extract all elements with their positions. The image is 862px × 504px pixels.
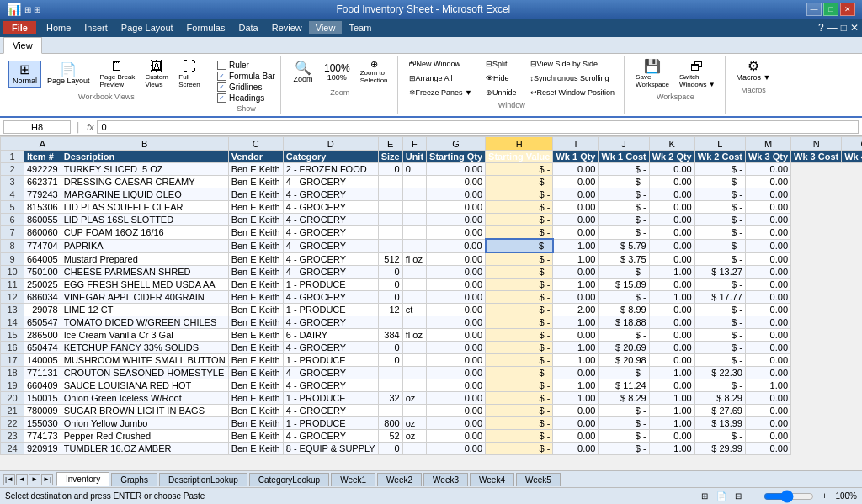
cell-r5-c9[interactable]: $ -	[599, 201, 649, 214]
cell-r11-c7[interactable]: $ -	[486, 279, 553, 291]
cell-r17-c12[interactable]: 0.00	[745, 354, 790, 367]
col-header-a[interactable]: A	[24, 137, 61, 151]
cell-r6-c5[interactable]	[402, 214, 426, 226]
hide-button[interactable]: 👁 Hide	[482, 72, 521, 85]
cell-r20-c6[interactable]: 0.00	[427, 392, 486, 405]
cell-r13-c1[interactable]: LIME 12 CT	[61, 304, 228, 316]
cell-r9-c3[interactable]: 4 - GROCERY	[283, 252, 378, 266]
cell-r8-c4[interactable]	[378, 239, 402, 252]
cell-r11-c3[interactable]: 1 - PRODUCE	[283, 279, 378, 291]
cell-r5-c12[interactable]: 0.00	[745, 201, 790, 214]
cell-r16-c9[interactable]: $ 20.69	[599, 342, 649, 354]
cell-r18-c4[interactable]	[378, 367, 402, 379]
cell-r12-c11[interactable]: $ 17.77	[694, 291, 745, 304]
cell-r24-c10[interactable]: 1.00	[649, 443, 694, 455]
cell-r14-c2[interactable]: Ben E Keith	[228, 316, 283, 329]
cell-r5-c6[interactable]: 0.00	[427, 201, 486, 214]
normal-view-button[interactable]: ⊞ Normal	[8, 61, 41, 88]
formula-bar-checkbox[interactable]	[217, 72, 226, 81]
cell-r6-c10[interactable]: 0.00	[649, 214, 694, 226]
cell-r2-c1[interactable]: TURKEY SLICED .5 OZ	[61, 163, 228, 176]
cell-r23-c10[interactable]: 0.00	[649, 430, 694, 443]
cell-r20-c10[interactable]: 1.00	[649, 392, 694, 405]
cell-r20-c4[interactable]: 32	[378, 392, 402, 405]
cell-r22-c2[interactable]: Ben E Keith	[228, 417, 283, 430]
cell-r9-c4[interactable]: 512	[378, 252, 402, 266]
menu-view[interactable]: View	[309, 21, 343, 34]
cell-r16-c12[interactable]: 0.00	[745, 342, 790, 354]
cell-r19-c6[interactable]: 0.00	[427, 379, 486, 392]
cell-r16-c4[interactable]: 0	[378, 342, 402, 354]
cell-r4-c2[interactable]: Ben E Keith	[228, 188, 283, 201]
cell-r24-c1[interactable]: TUMBLER 16.OZ AMBER	[61, 443, 228, 455]
cell-reference[interactable]	[3, 120, 71, 134]
cell-r17-c3[interactable]: 1 - PRODUCE	[283, 354, 378, 367]
cell-r10-c1[interactable]: CHEESE PARMESAN SHRED	[61, 266, 228, 279]
cell-r12-c7[interactable]: $ -	[486, 291, 553, 304]
cell-r23-c11[interactable]: $ -	[694, 430, 745, 443]
cell-r19-c0[interactable]: 660409	[24, 379, 61, 392]
cell-r19-c12[interactable]: 1.00	[745, 379, 790, 392]
cell-r3-c6[interactable]: 0.00	[427, 176, 486, 188]
cell-r6-c9[interactable]: $ -	[599, 214, 649, 226]
cell-r4-c7[interactable]: $ -	[486, 188, 553, 201]
spreadsheet-container[interactable]: A B C D E F G H I J K L M N O 1 Item #	[0, 136, 862, 472]
menu-team[interactable]: Team	[342, 21, 378, 34]
cell-r14-c1[interactable]: TOMATO DICED W/GREEN CHILES	[61, 316, 228, 329]
cell-r22-c0[interactable]: 155030	[24, 417, 61, 430]
cell-r21-c6[interactable]: 0.00	[427, 405, 486, 417]
cell-r4-c9[interactable]: $ -	[599, 188, 649, 201]
cell-r22-c1[interactable]: Onion Yellow Jumbo	[61, 417, 228, 430]
cell-r2-c6[interactable]: 0.00	[427, 163, 486, 176]
cell-r17-c10[interactable]: 0.00	[649, 354, 694, 367]
cell-r5-c8[interactable]: 0.00	[553, 201, 599, 214]
cell-r19-c1[interactable]: SAUCE LOUISIANA RED HOT	[61, 379, 228, 392]
cell-r9-c12[interactable]: 0.00	[745, 252, 790, 266]
cell-r10-c9[interactable]: $ -	[599, 266, 649, 279]
gridlines-checkbox[interactable]	[217, 82, 226, 92]
cell-r17-c5[interactable]	[402, 354, 426, 367]
cell-r3-c2[interactable]: Ben E Keith	[228, 176, 283, 188]
cell-r23-c0[interactable]: 774173	[24, 430, 61, 443]
cell-r15-c2[interactable]: Ben E Keith	[228, 329, 283, 342]
cell-r4-c5[interactable]	[402, 188, 426, 201]
cell-r16-c3[interactable]: 4 - GROCERY	[283, 342, 378, 354]
cell-r11-c5[interactable]	[402, 279, 426, 291]
cell-r4-c10[interactable]: 0.00	[649, 188, 694, 201]
cell-r13-c5[interactable]: ct	[402, 304, 426, 316]
cell-r12-c5[interactable]	[402, 291, 426, 304]
cell-r24-c9[interactable]: $ -	[599, 443, 649, 455]
cell-r14-c9[interactable]: $ 18.88	[599, 316, 649, 329]
cell-r20-c0[interactable]: 150015	[24, 392, 61, 405]
cell-r17-c7[interactable]: $ -	[486, 354, 553, 367]
cell-r2-c4[interactable]: 0	[378, 163, 402, 176]
cell-r17-c6[interactable]: 0.00	[427, 354, 486, 367]
cell-r15-c3[interactable]: 6 - DAIRY	[283, 329, 378, 342]
cell-r24-c2[interactable]: Ben E Keith	[228, 443, 283, 455]
page-layout-button[interactable]: 📄 Page Layout	[43, 61, 94, 88]
cell-r8-c5[interactable]	[402, 239, 426, 252]
col-header-m[interactable]: M	[745, 137, 790, 151]
cell-r12-c2[interactable]: Ben E Keith	[228, 291, 283, 304]
cell-r9-c6[interactable]: 0.00	[427, 252, 486, 266]
cell-r11-c8[interactable]: 1.00	[553, 279, 599, 291]
cell-r10-c2[interactable]: Ben E Keith	[228, 266, 283, 279]
cell-r5-c7[interactable]: $ -	[486, 201, 553, 214]
cell-r23-c5[interactable]: oz	[402, 430, 426, 443]
cell-r21-c9[interactable]: $ -	[599, 405, 649, 417]
cell-r22-c9[interactable]: $ -	[599, 417, 649, 430]
cell-r16-c6[interactable]: 0.00	[427, 342, 486, 354]
cell-r12-c10[interactable]: 1.00	[649, 291, 694, 304]
col-header-f[interactable]: F	[402, 137, 426, 151]
cell-r8-c12[interactable]: 0.00	[745, 239, 790, 252]
cell-r13-c4[interactable]: 12	[378, 304, 402, 316]
cell-r15-c5[interactable]: fl oz	[402, 329, 426, 342]
cell-r16-c10[interactable]: 0.00	[649, 342, 694, 354]
cell-r7-c0[interactable]: 860060	[24, 226, 61, 240]
cell-r12-c6[interactable]: 0.00	[427, 291, 486, 304]
cell-r6-c8[interactable]: 0.00	[553, 214, 599, 226]
cell-r22-c4[interactable]: 800	[378, 417, 402, 430]
cell-r22-c11[interactable]: $ 13.99	[694, 417, 745, 430]
cell-r17-c1[interactable]: MUSHROOM WHITE SMALL BUTTON	[61, 354, 228, 367]
cell-r23-c2[interactable]: Ben E Keith	[228, 430, 283, 443]
